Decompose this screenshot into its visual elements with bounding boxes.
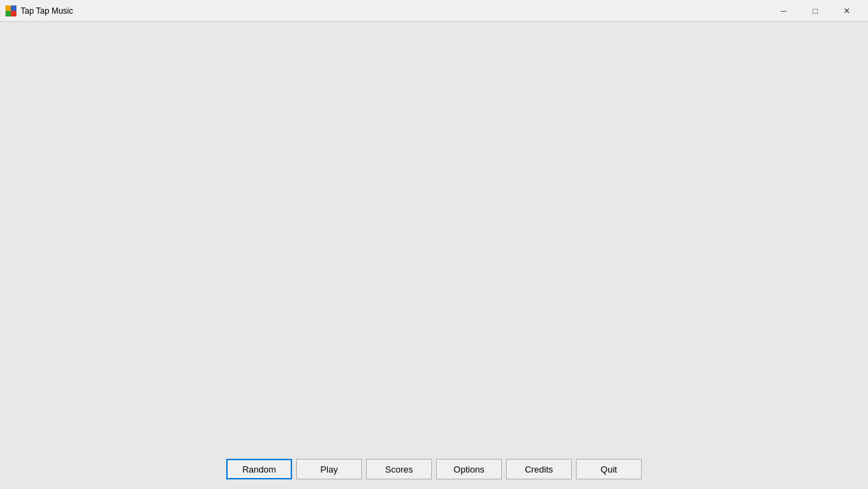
- minimize-button[interactable]: ─: [768, 0, 799, 22]
- maximize-button[interactable]: □: [799, 0, 831, 22]
- app-icon: [5, 5, 16, 16]
- main-content: Random Play Scores Options Credits Quit: [0, 22, 868, 489]
- play-button[interactable]: Play: [296, 459, 362, 479]
- window-title: Tap Tap Music: [21, 6, 768, 16]
- svg-rect-2: [5, 11, 11, 16]
- window-controls: ─ □ ✕: [768, 0, 863, 22]
- bottom-toolbar: Random Play Scores Options Credits Quit: [0, 452, 868, 489]
- svg-rect-0: [5, 5, 11, 11]
- options-button[interactable]: Options: [436, 459, 502, 479]
- credits-button[interactable]: Credits: [506, 459, 572, 479]
- svg-rect-1: [11, 5, 16, 11]
- svg-rect-3: [11, 11, 16, 16]
- scores-button[interactable]: Scores: [366, 459, 432, 479]
- quit-button[interactable]: Quit: [576, 459, 642, 479]
- random-button[interactable]: Random: [226, 459, 292, 479]
- close-button[interactable]: ✕: [831, 0, 863, 22]
- content-area: [0, 22, 868, 452]
- title-bar: Tap Tap Music ─ □ ✕: [0, 0, 868, 22]
